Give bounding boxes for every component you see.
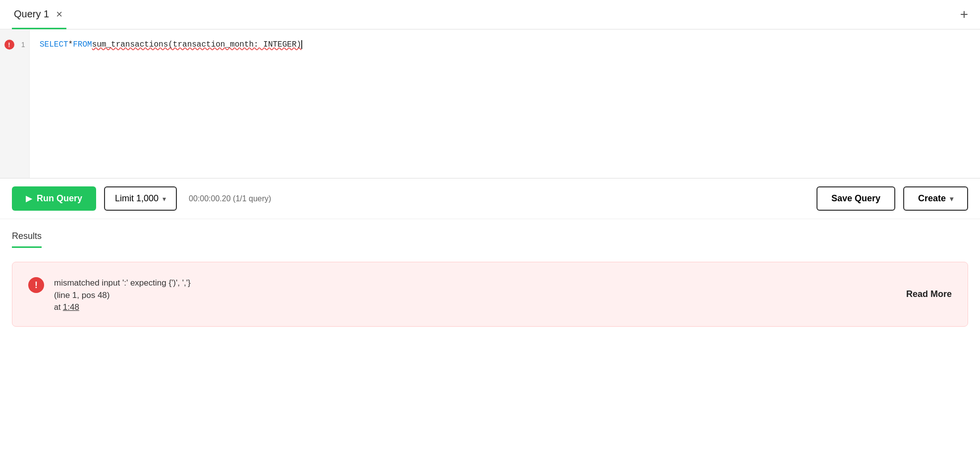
line-numbers: ! 1 <box>0 30 30 178</box>
results-label: Results <box>12 231 42 248</box>
error-box: ! mismatched input ':' expecting {')', '… <box>12 262 968 327</box>
tab-bar: Query 1 × + <box>0 0 980 30</box>
line-number-row-1: ! 1 <box>0 38 29 52</box>
read-more-button[interactable]: Read More <box>906 289 952 299</box>
create-button[interactable]: Create ▾ <box>903 186 968 211</box>
cursor <box>301 40 302 49</box>
run-query-label: Run Query <box>37 193 82 204</box>
editor-area: ! 1 SELECT * FROM sum_transactions(trans… <box>0 30 980 178</box>
toolbar-right: Save Query Create ▾ <box>817 186 968 211</box>
query-tab[interactable]: Query 1 × <box>12 0 66 29</box>
run-query-button[interactable]: ▶ Run Query <box>12 186 96 211</box>
results-section: Results ! mismatched input ':' expecting… <box>0 219 980 339</box>
toolbar: ▶ Run Query Limit 1,000 ▾ 00:00:00.20 (1… <box>0 178 980 219</box>
error-icon-large: ! <box>28 277 44 293</box>
error-at-line: at 1:48 <box>54 300 896 312</box>
code-line-1: SELECT * FROM sum_transactions(transacti… <box>40 38 970 52</box>
tab-label: Query 1 <box>14 8 49 20</box>
limit-button[interactable]: Limit 1,000 ▾ <box>104 186 177 211</box>
error-link[interactable]: 1:48 <box>63 302 79 312</box>
error-location: (line 1, pos 48) <box>54 291 896 300</box>
line-error-icon: ! <box>4 40 14 50</box>
code-editor[interactable]: SELECT * FROM sum_transactions(transacti… <box>30 30 980 178</box>
create-chevron-icon: ▾ <box>950 195 953 203</box>
query-time: 00:00:00.20 (1/1 query) <box>189 194 271 203</box>
sql-function-call: sum_transactions(transaction_month: INTE… <box>92 38 301 52</box>
add-tab-button[interactable]: + <box>960 7 968 21</box>
sql-from-keyword: FROM <box>73 38 92 52</box>
limit-chevron-icon: ▾ <box>163 195 166 203</box>
sql-select-keyword: SELECT <box>40 38 68 52</box>
error-message: mismatched input ':' expecting {')', ','… <box>54 276 896 290</box>
error-at-text: at <box>54 303 63 311</box>
editor-content: ! 1 SELECT * FROM sum_transactions(trans… <box>0 30 980 178</box>
sql-star: * <box>68 38 73 52</box>
error-text: mismatched input ':' expecting {')', ','… <box>54 276 896 312</box>
tab-close-button[interactable]: × <box>54 8 64 21</box>
create-label: Create <box>918 193 946 204</box>
limit-label: Limit 1,000 <box>115 193 159 204</box>
line-num-1: 1 <box>17 41 25 49</box>
play-icon: ▶ <box>26 194 32 203</box>
save-query-button[interactable]: Save Query <box>817 186 895 211</box>
